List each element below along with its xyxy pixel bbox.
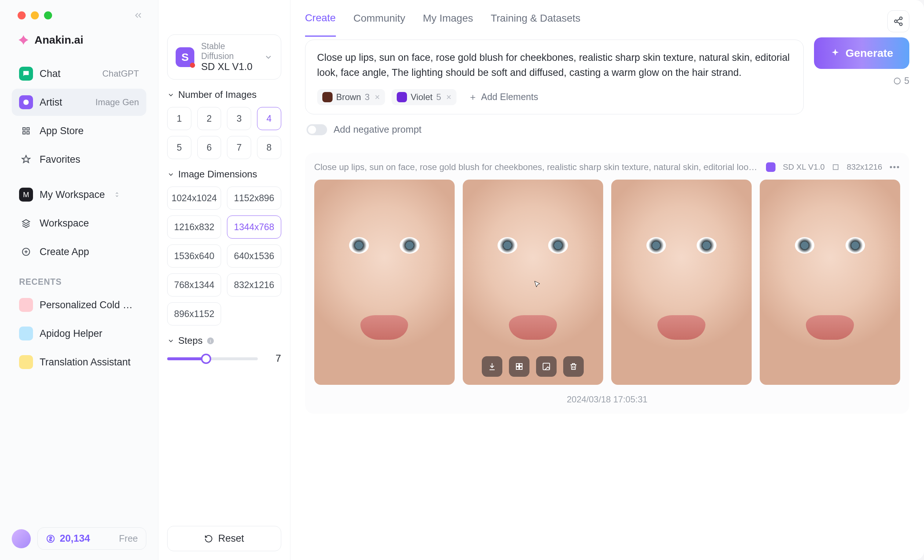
dimension-option[interactable]: 832x1216 [227,273,281,296]
primary-nav: Chat ChatGPT Artist Image Gen App Store … [0,60,158,173]
edit-button[interactable] [536,356,556,377]
svg-point-12 [894,78,900,84]
dimension-option[interactable]: 768x1344 [167,273,221,296]
star-icon [19,153,33,166]
swatch-icon [397,92,407,102]
svg-rect-16 [516,367,519,370]
reset-button[interactable]: Reset [167,526,281,551]
recent-item[interactable]: Apidog Helper [12,320,146,347]
group-title: Number of Images [178,89,256,100]
num-images-option[interactable]: 5 [167,136,191,159]
model-provider: Stable Diffusion [201,41,257,61]
close-icon[interactable]: × [375,92,380,102]
element-chip[interactable]: Violet 5 × [392,89,456,105]
collapse-sidebar-icon[interactable] [133,10,143,21]
sidebar-item-badge: Image Gen [95,97,139,107]
sidebar-item-workspace[interactable]: Workspace [12,210,146,237]
avatar[interactable] [12,529,31,548]
generate-button[interactable]: Generate [814,37,909,69]
sidebar-item-favorites[interactable]: Favorites [12,146,146,173]
result-gallery [314,180,900,385]
window-controls [0,10,158,21]
recent-item[interactable]: Personalized Cold Email Fro… [12,291,146,319]
generation-cost: 5 [893,75,909,86]
plus-icon: ＋ [468,91,477,103]
chevron-down-icon[interactable] [167,171,174,178]
sidebar-item-my-workspace[interactable]: M My Workspace [12,181,146,208]
num-images-option[interactable]: 4 [257,107,281,130]
generate-label: Generate [846,47,893,59]
workspace-nav: M My Workspace Workspace Create App [0,181,158,265]
tab-my-images[interactable]: My Images [423,1,473,36]
delete-button[interactable] [563,356,584,377]
dimension-option[interactable]: 1536x640 [167,244,221,268]
info-icon[interactable]: i [206,337,214,345]
prompt-input[interactable]: Close up lips, sun on face, rose gold bl… [317,50,792,80]
sidebar-item-create-app[interactable]: Create App [12,238,146,265]
steps-slider[interactable] [167,357,258,360]
download-button[interactable] [482,356,502,377]
result-image[interactable] [463,180,603,385]
tab-community[interactable]: Community [354,1,405,36]
num-images-option[interactable]: 7 [227,136,251,159]
num-images-option[interactable]: 1 [167,107,191,130]
svg-rect-1 [23,127,25,130]
dimension-option[interactable]: 1344x768 [227,216,281,239]
close-icon[interactable]: × [446,92,452,102]
sidebar-item-chat[interactable]: Chat ChatGPT [12,60,146,87]
cost-value: 5 [904,75,909,86]
app-store-icon [19,124,33,138]
svg-point-10 [895,20,897,23]
minimize-window-icon[interactable] [31,11,39,19]
close-window-icon[interactable] [18,11,26,19]
recent-label: Translation Assistant [40,356,130,368]
result-image[interactable] [611,180,752,385]
result-prompt: Close up lips, sun on face, rose gold bl… [314,162,758,172]
more-icon[interactable]: ••• [890,162,900,172]
dimension-option[interactable]: 1152x896 [227,187,281,210]
result-image[interactable] [760,180,900,385]
chevron-down-icon[interactable] [167,91,174,99]
swatch-icon [322,92,333,102]
svg-rect-3 [23,132,25,134]
dimension-option[interactable]: 896x1152 [167,302,221,325]
app-icon [19,355,33,369]
svg-rect-2 [27,127,29,130]
dimension-option[interactable]: 1216x832 [167,216,221,239]
num-images-option[interactable]: 3 [227,107,251,130]
chevron-down-icon[interactable] [167,337,174,344]
element-chip[interactable]: Brown 3 × [317,89,385,105]
image-actions [482,356,584,377]
app-icon [19,326,33,340]
reset-label: Reset [218,533,244,544]
main-panel: Create Community My Images Training & Da… [290,0,924,560]
sidebar-item-artist[interactable]: Artist Image Gen [12,89,146,116]
sidebar-item-app-store[interactable]: App Store [12,117,146,144]
share-button[interactable] [887,10,909,32]
credits-value: 20,134 [60,533,90,544]
recent-label: Apidog Helper [40,328,102,339]
num-images-option[interactable]: 6 [197,136,222,159]
model-icon [766,162,776,172]
sidebar-item-label: App Store [40,125,84,137]
chat-icon [19,67,33,81]
tab-create[interactable]: Create [305,0,336,37]
variations-button[interactable] [509,356,530,377]
model-select[interactable]: S Stable Diffusion SD XL V1.0 [167,34,281,79]
num-images-option[interactable]: 2 [197,107,222,130]
svg-rect-14 [516,364,519,366]
num-images-option[interactable]: 8 [257,136,281,159]
group-title: Image Dimensions [178,169,257,180]
steps-value: 7 [267,353,281,364]
maximize-window-icon[interactable] [44,11,52,19]
dimension-option[interactable]: 1024x1024 [167,187,221,210]
recent-item[interactable]: Translation Assistant [12,349,146,376]
dimension-option[interactable]: 640x1536 [227,244,281,268]
negative-prompt-toggle[interactable] [306,124,327,135]
sparkle-icon [830,48,840,58]
tab-training[interactable]: Training & Datasets [490,1,580,36]
result-image[interactable] [314,180,454,385]
credits-pill[interactable]: 20,134 Free [38,527,146,550]
add-elements-button[interactable]: ＋ Add Elements [463,88,543,106]
sidebar-footer: 20,134 Free [0,527,158,550]
